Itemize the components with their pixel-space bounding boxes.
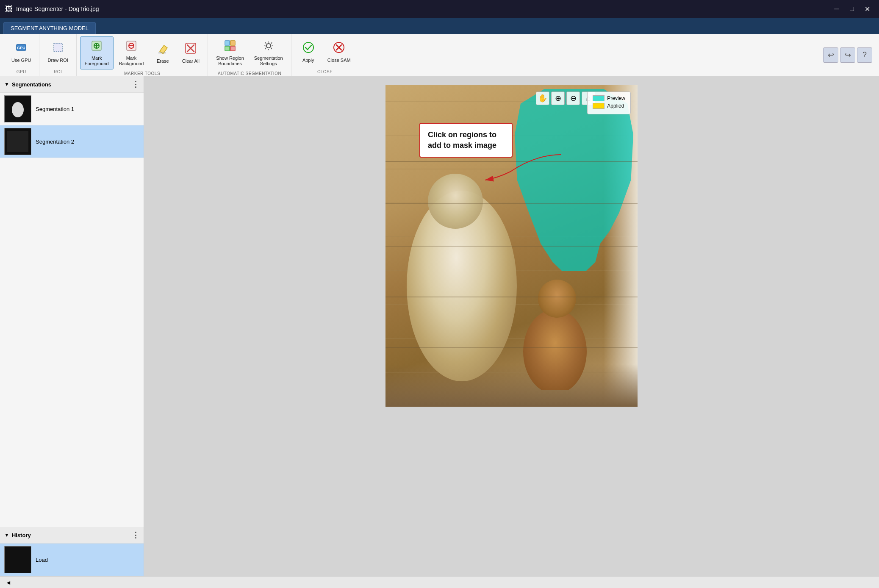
- history-load-thumbnail: [4, 546, 31, 573]
- apply-icon: [302, 41, 315, 55]
- mark-foreground-label: MarkForeground: [85, 55, 109, 67]
- main-layout: ▼ Segmentations ⋮ Segmentation 1: [0, 76, 879, 576]
- erase-button[interactable]: Erase: [149, 39, 176, 67]
- zoom-in-button[interactable]: ⊕: [551, 92, 565, 105]
- auto-seg-buttons: Show RegionBoundaries: [211, 34, 287, 71]
- canvas-area: ✋ ⊕ ⊖ ⌂ Preview Applied Click on regions…: [144, 76, 879, 576]
- history-load-label: Load: [36, 557, 48, 563]
- close-sam-icon: [333, 41, 345, 55]
- svg-marker-10: [160, 45, 167, 54]
- segmentations-chevron: ▼: [4, 81, 9, 87]
- use-gpu-button[interactable]: GPU Use GPU: [7, 38, 36, 66]
- apply-label: Apply: [302, 57, 314, 63]
- svg-rect-2: [54, 43, 62, 52]
- show-region-boundaries-button[interactable]: Show RegionBoundaries: [211, 36, 248, 69]
- redo-button[interactable]: ↪: [840, 47, 855, 63]
- mark-background-button[interactable]: MarkBackground: [114, 36, 149, 69]
- segmentations-section: ▼ Segmentations ⋮ Segmentation 1: [0, 76, 144, 158]
- history-header[interactable]: ▼ History ⋮: [0, 527, 144, 544]
- segmentation-settings-button[interactable]: SegmentationSettings: [250, 36, 288, 69]
- legend-box: Preview Applied: [587, 92, 631, 114]
- clear-all-label: Clear All: [182, 58, 200, 64]
- mark-background-label: MarkBackground: [119, 55, 144, 67]
- floor: [385, 364, 638, 407]
- draw-roi-button[interactable]: Draw ROI: [43, 38, 72, 66]
- legend-applied-item: Applied: [593, 103, 625, 109]
- svg-rect-19: [230, 46, 235, 51]
- clear-all-icon: [184, 42, 197, 56]
- close-group-label: CLOSE: [295, 69, 355, 76]
- legend-preview-label: Preview: [607, 95, 625, 101]
- mark-foreground-button[interactable]: MarkForeground: [80, 36, 114, 69]
- pan-tool-button[interactable]: ✋: [536, 92, 549, 105]
- svg-text:GPU: GPU: [17, 46, 25, 50]
- image-container[interactable]: ✋ ⊕ ⊖ ⌂ Preview Applied Click on regions…: [385, 85, 638, 407]
- tooltip-box: Click on regions to add to mask image: [419, 123, 513, 158]
- legend-applied-swatch: [593, 103, 604, 109]
- use-gpu-label: Use GPU: [11, 57, 31, 63]
- segmentation-1-item[interactable]: Segmentation 1: [0, 93, 144, 125]
- gpu-icon: GPU: [15, 41, 28, 55]
- zoom-out-button[interactable]: ⊖: [566, 92, 580, 105]
- stair-line-5: [385, 347, 638, 348]
- svg-point-27: [12, 102, 24, 117]
- svg-rect-17: [230, 41, 235, 45]
- show-regions-icon: [224, 39, 236, 54]
- dog-white-head: [428, 174, 483, 229]
- toolbar-group-gpu: GPU Use GPU GPU: [3, 34, 39, 76]
- status-bar: ◄: [0, 576, 879, 588]
- stair-line-4: [385, 297, 638, 297]
- segmentation-settings-icon: [262, 39, 275, 54]
- mark-foreground-icon: [90, 39, 103, 54]
- show-region-boundaries-label: Show RegionBoundaries: [216, 55, 244, 67]
- toolbar-right: ↩ ↪ ?: [820, 34, 876, 76]
- maximize-button[interactable]: □: [845, 3, 859, 15]
- gpu-buttons: GPU Use GPU: [7, 34, 36, 69]
- toolbar-group-roi: Draw ROI ROI: [39, 34, 76, 76]
- toolbar-group-close: Apply Close SAM CLOSE: [291, 34, 359, 76]
- segmentations-label: Segmentations: [12, 81, 51, 88]
- panel-spacer: [0, 158, 144, 527]
- gpu-group-label: GPU: [7, 69, 36, 76]
- close-sam-label: Close SAM: [327, 57, 351, 63]
- left-panel: ▼ Segmentations ⋮ Segmentation 1: [0, 76, 144, 576]
- tab-segment-anything[interactable]: SEGMENT ANYTHING MODEL: [3, 22, 96, 34]
- segmentations-header[interactable]: ▼ Segmentations ⋮: [0, 76, 144, 93]
- roi-group-label: ROI: [43, 69, 72, 76]
- draw-roi-icon: [52, 41, 64, 55]
- apply-button[interactable]: Apply: [295, 38, 322, 66]
- undo-button[interactable]: ↩: [823, 47, 838, 63]
- title-bar-controls: ─ □ ✕: [830, 3, 874, 15]
- clear-all-button[interactable]: Clear All: [177, 39, 204, 67]
- tab-bar: SEGMENT ANYTHING MODEL: [0, 18, 879, 34]
- svg-point-21: [266, 44, 271, 48]
- roi-buttons: Draw ROI: [43, 34, 72, 69]
- close-button[interactable]: ✕: [860, 3, 874, 15]
- draw-roi-label: Draw ROI: [47, 57, 68, 63]
- svg-rect-29: [7, 131, 28, 152]
- stair-line-2: [385, 203, 638, 204]
- erase-icon: [156, 42, 169, 56]
- segmentation-settings-label: SegmentationSettings: [254, 55, 283, 67]
- status-nav-button[interactable]: ◄: [3, 577, 14, 588]
- history-more-button[interactable]: ⋮: [132, 530, 139, 540]
- title-bar-left: 🖼 Image Segmenter - DogTrio.jpg: [5, 5, 99, 14]
- legend-preview-item: Preview: [593, 95, 625, 101]
- app-title: Image Segmenter - DogTrio.jpg: [16, 6, 99, 12]
- history-header-left: ▼ History: [4, 532, 31, 538]
- history-chevron: ▼: [4, 532, 9, 538]
- close-sam-button[interactable]: Close SAM: [323, 38, 355, 66]
- help-button[interactable]: ?: [857, 47, 872, 63]
- history-label: History: [12, 532, 31, 538]
- toolbar-group-marker-tools: MarkForeground MarkBackground: [77, 34, 208, 76]
- history-load-item[interactable]: Load: [0, 544, 144, 576]
- segmentation-2-item[interactable]: Segmentation 2: [0, 125, 144, 158]
- tooltip-text: Click on regions to add to mask image: [428, 130, 496, 150]
- segmentations-more-button[interactable]: ⋮: [132, 80, 139, 89]
- stair-line-3: [385, 246, 638, 247]
- stair-line-1: [385, 161, 638, 162]
- minimize-button[interactable]: ─: [830, 3, 843, 15]
- legend-preview-swatch: [593, 95, 604, 101]
- segmentation-2-label: Segmentation 2: [36, 139, 74, 145]
- svg-rect-18: [225, 46, 230, 51]
